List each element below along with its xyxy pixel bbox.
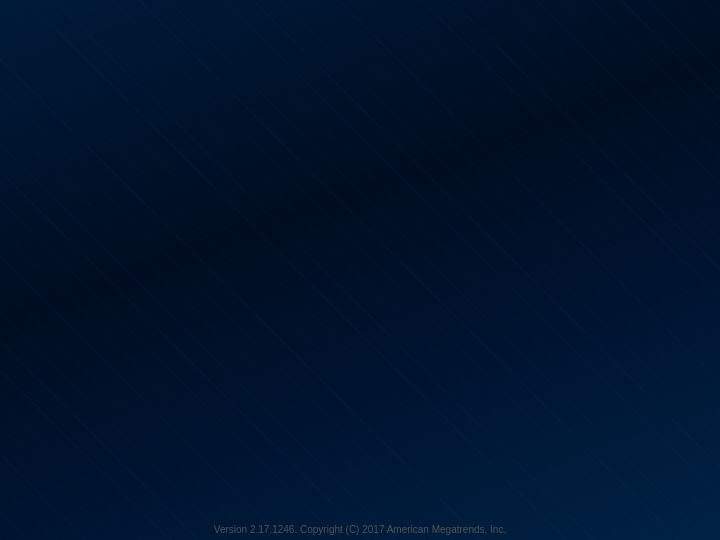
footer-copyright: Version 2.17.1246. Copyright (C) 2017 Am… (214, 524, 506, 535)
